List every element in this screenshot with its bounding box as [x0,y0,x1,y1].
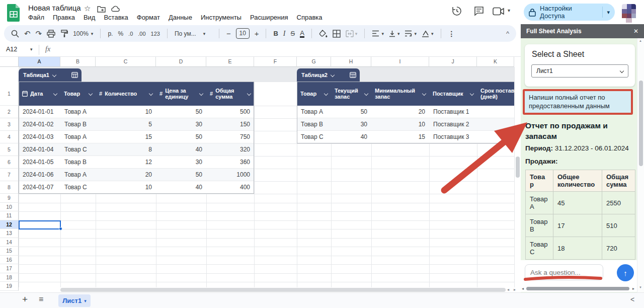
row-header-10[interactable]: 10 [0,203,19,212]
cell[interactable]: Товар A [60,169,96,181]
menu-help[interactable]: Справка [297,14,323,21]
column-header-B[interactable]: B [60,57,96,67]
meet-video-icon[interactable] [493,7,505,16]
cloud-status-icon[interactable] [111,6,120,12]
borders-icon[interactable] [333,30,341,38]
row-header-2[interactable]: 2 [0,106,19,118]
fill-color-icon[interactable] [319,30,328,38]
cell[interactable]: 20 [371,106,429,118]
column-header-G[interactable]: G [297,57,331,67]
bold-button[interactable]: B [273,30,278,37]
add-sheet-icon[interactable]: + [22,294,28,305]
table2-header-supplier[interactable]: Поставщик [429,82,477,106]
column-header-C[interactable]: C [96,57,156,67]
undo-icon[interactable]: ↶ [24,29,31,38]
currency-format-button[interactable]: р. [108,30,113,37]
share-caret-icon[interactable]: ▾ [607,9,610,16]
table2-header-product[interactable]: Товар [297,82,331,106]
table2-header-min-stock[interactable]: Минимальный запас [371,82,429,106]
send-button[interactable]: ↑ [617,264,634,281]
cell[interactable]: 2024-01-01 [19,106,60,118]
cell[interactable]: 2024-01-03 [19,131,60,143]
star-icon[interactable]: ☆ [84,4,91,13]
cell[interactable]: 20 [96,169,156,181]
cell[interactable]: 30 [156,156,206,169]
horizontal-align-button[interactable]: ▾ [372,30,384,37]
column-header-E[interactable]: E [206,57,254,67]
table1-header-product[interactable]: Товар [60,82,96,106]
document-title[interactable]: Новая таблица [28,4,81,12]
row-header-1[interactable]: 1 [0,82,19,106]
column-header-F[interactable]: F [254,57,297,67]
cell[interactable]: 30 [156,118,206,131]
italic-button[interactable]: I [283,30,286,38]
sheet-tab-active[interactable]: Лист1 ▾ [58,294,91,307]
table2-tab[interactable]: Таблица2 [297,68,354,82]
scrollbar-thumb[interactable] [60,288,506,292]
row-header-4[interactable]: 4 [0,131,19,143]
row-header-5[interactable]: 5 [0,143,19,156]
cell[interactable]: 15 [96,131,156,143]
collapse-panel-icon[interactable]: < [630,295,634,303]
column-header-H[interactable]: H [331,57,371,67]
decrease-font-button[interactable]: − [226,29,231,38]
cell[interactable]: 1000 [206,169,254,181]
column-header-A[interactable]: A [19,57,60,67]
cell[interactable]: 50 [156,131,206,143]
sidebar-horizontal-scrollbar[interactable]: ◂ ▸ [521,286,637,292]
scrollbar-thumb[interactable] [516,157,520,178]
column-header-I[interactable]: I [371,57,429,67]
cell[interactable]: 50 [331,106,371,118]
cell[interactable]: 5 [96,118,156,131]
text-wrap-button[interactable]: ▾ [405,30,417,37]
menu-insert[interactable]: Вставка [104,14,128,21]
cell[interactable]: 40 [331,131,371,143]
selected-cell[interactable] [19,220,61,229]
column-header-K[interactable]: K [477,57,514,67]
menu-extensions[interactable]: Расширения [250,14,288,21]
cell[interactable]: 40 [156,181,206,194]
increase-font-button[interactable]: + [255,29,259,38]
row-header-16[interactable]: 16 [0,256,19,265]
cell[interactable]: Товар B [60,156,96,169]
cell[interactable]: Товар A [60,106,96,118]
row-header-14[interactable]: 14 [0,238,19,247]
cell[interactable]: 10 [96,106,156,118]
redo-icon[interactable]: ↷ [36,29,42,38]
scroll-up-icon[interactable]: ▲ [639,39,642,42]
paint-format-icon[interactable] [60,30,68,38]
cell[interactable]: 2024-01-04 [19,143,60,156]
sidebar-close-icon[interactable]: ✕ [633,28,638,35]
row-header-7[interactable]: 7 [0,169,19,181]
ask-question-input[interactable] [525,264,603,280]
scroll-left-icon[interactable]: ◂ [507,287,509,292]
menu-edit[interactable]: Правка [53,14,75,21]
increase-decimals-button[interactable]: .00 [138,31,145,37]
row-header-17[interactable]: 17 [0,264,19,273]
cell[interactable]: Товар A [60,131,96,143]
row-header-8[interactable]: 8 [0,181,19,194]
table1-menu-tab[interactable] [68,68,82,82]
fill-handle[interactable] [59,227,62,230]
row-header-6[interactable]: 6 [0,156,19,169]
scrollbar-thumb[interactable] [639,81,643,166]
cell[interactable]: 8 [96,143,156,156]
sidebar-vertical-scrollbar[interactable]: ▲ ▼ [637,38,644,292]
zoom-select[interactable]: 100%▾ [73,30,93,37]
grid-vertical-scrollbar[interactable] [514,67,521,287]
more-options-icon[interactable]: ⋮ [448,30,455,38]
meet-caret-icon[interactable]: ▾ [508,8,510,13]
cell[interactable]: 15 [371,131,429,143]
vertical-align-button[interactable]: ▾ [389,30,400,37]
row-header-15[interactable]: 15 [0,247,19,256]
table2-header-lead-time[interactable]: Срок постав (дней) [477,82,514,106]
scroll-down-icon[interactable]: ▼ [639,286,642,289]
cell[interactable]: Товар C [60,181,96,194]
strikethrough-button[interactable]: S [291,30,295,37]
scroll-right-icon[interactable]: ▸ [632,286,634,291]
cell[interactable]: Товар C [297,131,331,143]
cell[interactable]: Поставщик 1 [429,106,477,118]
cell[interactable]: Поставщик 2 [429,118,477,131]
table1-tab[interactable]: Таблица1 [19,68,75,82]
cell[interactable]: 30 [331,118,371,131]
